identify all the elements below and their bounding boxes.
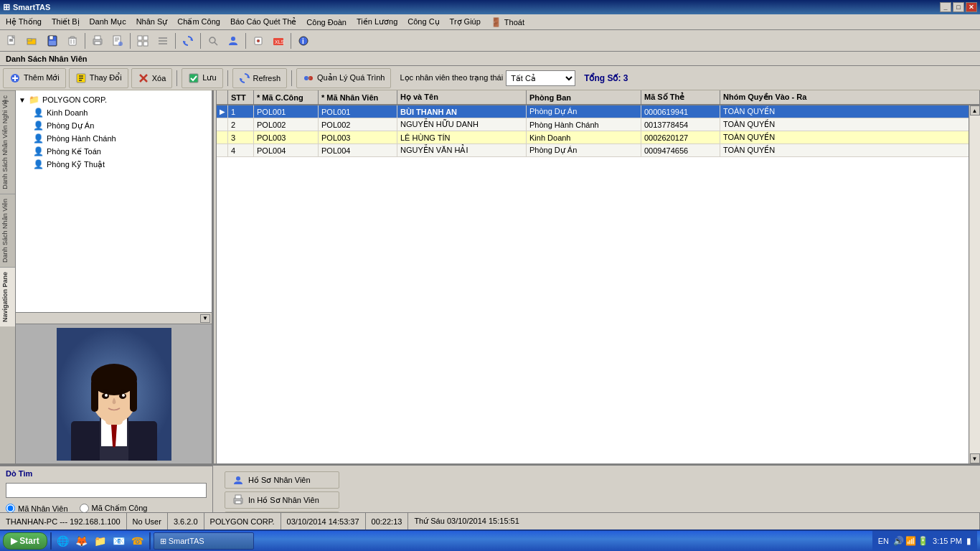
toolbar-preview[interactable] <box>108 32 127 50</box>
filter-select[interactable]: Tất Cả Đang làm việc Đã nghỉ việc <box>506 70 575 86</box>
toolbar-open[interactable] <box>23 32 42 50</box>
in-ho-so-button[interactable]: In Hồ Sơ Nhân Viên <box>225 491 339 509</box>
statusbar: THANHAN-PC --- 192.168.1.100 No User 3.6… <box>0 512 980 529</box>
row-indicator <box>217 118 228 131</box>
menu-chamcong[interactable]: Chấm Công <box>173 16 225 28</box>
menu-danhmuc[interactable]: Danh Mục <box>85 16 131 28</box>
cell-cc: POL001 <box>254 105 319 118</box>
cell-stt: 3 <box>228 131 254 143</box>
taskbar-sep1 <box>50 532 52 550</box>
close-btn[interactable]: ✕ <box>966 2 977 12</box>
toolbar-sep1 <box>85 33 85 49</box>
xoa-button[interactable]: Xóa <box>131 68 173 88</box>
refresh-button[interactable]: Refresh <box>232 68 288 88</box>
menu-congdoan[interactable]: Công Đoàn <box>302 17 351 28</box>
system-tray: EN 🔊 📶 🔋 3:15 PM ▮ <box>872 531 977 551</box>
nav-tab-navpane[interactable]: Navigation Pane <box>0 267 15 326</box>
tree-item-Phòng-Kế-Toán[interactable]: 👤Phòng Kế Toán <box>19 145 209 158</box>
menu-nhansu[interactable]: Nhân Sự <box>132 16 172 28</box>
tree-area: ▼ 📁 POLYGON CORP. 👤Kinh Doanh👤Phòng Dự Á… <box>16 90 212 312</box>
svg-rect-8 <box>49 41 56 45</box>
start-button[interactable]: ▶ Start <box>3 532 47 550</box>
photo-area <box>16 324 212 463</box>
tray-icons: 🔊 📶 🔋 <box>893 536 928 546</box>
thay-doi-button[interactable]: Thay Đổi <box>69 68 128 88</box>
taskbar-icon-ie[interactable]: 🌐 <box>55 532 72 550</box>
quan-ly-button[interactable]: Quản Lý Quá Trình <box>296 68 391 88</box>
tree-scroll-down[interactable]: ▼ <box>200 314 210 323</box>
svg-point-70 <box>122 394 125 397</box>
tray-lang[interactable]: EN <box>878 537 889 545</box>
menu-thietbi[interactable]: Thiết Bị <box>47 16 84 28</box>
toolbar-refresh[interactable] <box>179 32 197 50</box>
cell-mst: 0002620127 <box>641 131 720 143</box>
luu-button[interactable]: Lưu <box>182 68 222 88</box>
menu-thoat[interactable]: 🚪Thoát <box>486 16 529 29</box>
cell-pb: Phòng Dự Án <box>527 105 641 118</box>
nav-tab-dsnv-nghiviec[interactable]: Danh Sách Nhân Viên Nghi Việc <box>0 90 15 194</box>
toolbar-user[interactable] <box>224 32 242 50</box>
menu-tienluong[interactable]: Tiền Lương <box>352 16 402 28</box>
svg-rect-11 <box>70 37 75 38</box>
toolbar-sep4 <box>200 33 201 49</box>
svg-point-33 <box>231 37 235 41</box>
taskbar-icon-mail[interactable]: 📧 <box>110 532 128 550</box>
table-row[interactable]: 2 POL002 POL002 NGUYỄN HỮU DANH Phòng Hà… <box>217 118 980 131</box>
search-input[interactable] <box>6 483 207 498</box>
cell-pb: Phòng Hành Chánh <box>527 118 641 131</box>
toolbar-info[interactable]: i <box>294 32 313 50</box>
show-desktop-icon[interactable]: ▮ <box>966 536 971 546</box>
menu-hethong[interactable]: Hệ Thống <box>1 16 46 28</box>
window-controls[interactable]: _ □ ✕ <box>940 2 977 12</box>
taskbar-app-smarttas[interactable]: ⊞ SmartTAS <box>154 532 254 550</box>
toolbar-grid[interactable] <box>133 32 152 50</box>
table-row[interactable]: 3 POL003 POL003 LÊ HÙNG TÍN Kinh Doanh 0… <box>217 131 980 144</box>
toolbar-new[interactable] <box>3 32 22 50</box>
menu-congcu[interactable]: Công Cụ <box>403 16 443 28</box>
toolbar-search[interactable] <box>204 32 222 50</box>
cell-stt: 2 <box>228 118 254 131</box>
table-row[interactable]: 4 POL004 POL004 NGUYỄN VĂN HẢI Phòng Dự … <box>217 144 980 157</box>
col-cc-header: * Mã C.Công <box>254 90 319 104</box>
svg-rect-23 <box>143 36 148 40</box>
toolbar-list[interactable] <box>154 32 172 50</box>
scroll-up-btn[interactable]: ▲ <box>970 105 980 116</box>
action-toolbar: Thêm Mới Thay Đổi Xóa Lưu Refresh Quản L… <box>0 66 980 90</box>
row-indicator <box>217 131 228 143</box>
tree-item-Phòng-Hành-Chánh[interactable]: 👤Phòng Hành Chánh <box>19 132 209 145</box>
svg-text:i: i <box>302 37 304 45</box>
cell-mnv: POL004 <box>319 144 397 156</box>
status-company: POLYGON CORP. <box>204 513 281 529</box>
grid-scrollbar[interactable]: ▲ ▼ <box>969 105 980 463</box>
table-row[interactable]: ▶ 1 POL001 POL001 BÙI THANH AN Phòng Dự … <box>217 105 980 118</box>
tree-item-Phòng-Kỹ-Thuật[interactable]: 👤Phòng Kỹ Thuật <box>19 158 209 171</box>
cell-mst: 0000619941 <box>641 105 720 118</box>
filter-label: Lọc nhân viên theo trạng thái <box>400 73 503 83</box>
nav-tab-dsnv[interactable]: Danh Sách Nhân Viên <box>0 194 15 267</box>
svg-rect-15 <box>95 36 100 39</box>
cell-nhom: TOÀN QUYỀN <box>720 105 980 118</box>
tree-item-Phòng-Dự-Án[interactable]: 👤Phòng Dự Án <box>19 119 209 132</box>
minimize-btn[interactable]: _ <box>940 2 951 12</box>
col-pb-header: Phòng Ban <box>527 90 641 104</box>
col-hvt-header: Họ và Tên <box>397 90 527 104</box>
menu-baocao[interactable]: Báo Cáo Quét Thẻ <box>226 16 301 28</box>
ho-so-nv-button[interactable]: Hồ Sơ Nhân Viên <box>225 471 339 489</box>
tree-item-Kinh-Doanh[interactable]: 👤Kinh Doanh <box>19 106 209 119</box>
status-user: No User <box>127 513 168 529</box>
svg-point-35 <box>257 39 260 42</box>
taskbar-icon-ff[interactable]: 🦊 <box>73 532 90 550</box>
toolbar-export[interactable]: XLS <box>269 32 288 50</box>
taskbar-icon-skype[interactable]: ☎ <box>129 532 146 550</box>
toolbar-settings[interactable] <box>249 32 268 50</box>
taskbar-icon-folder[interactable]: 📁 <box>92 532 109 550</box>
toolbar-save[interactable] <box>43 32 62 50</box>
scroll-down-btn[interactable]: ▼ <box>970 453 980 463</box>
tree-root[interactable]: ▼ 📁 POLYGON CORP. <box>19 93 209 106</box>
toolbar-print[interactable] <box>88 32 107 50</box>
them-moi-button[interactable]: Thêm Mới <box>3 68 66 88</box>
menu-trogiup[interactable]: Trợ Giúp <box>446 16 485 28</box>
toolbar-delete[interactable] <box>63 32 82 50</box>
col-mst-header: Mã Số Thẻ <box>641 90 720 104</box>
maximize-btn[interactable]: □ <box>953 2 964 12</box>
